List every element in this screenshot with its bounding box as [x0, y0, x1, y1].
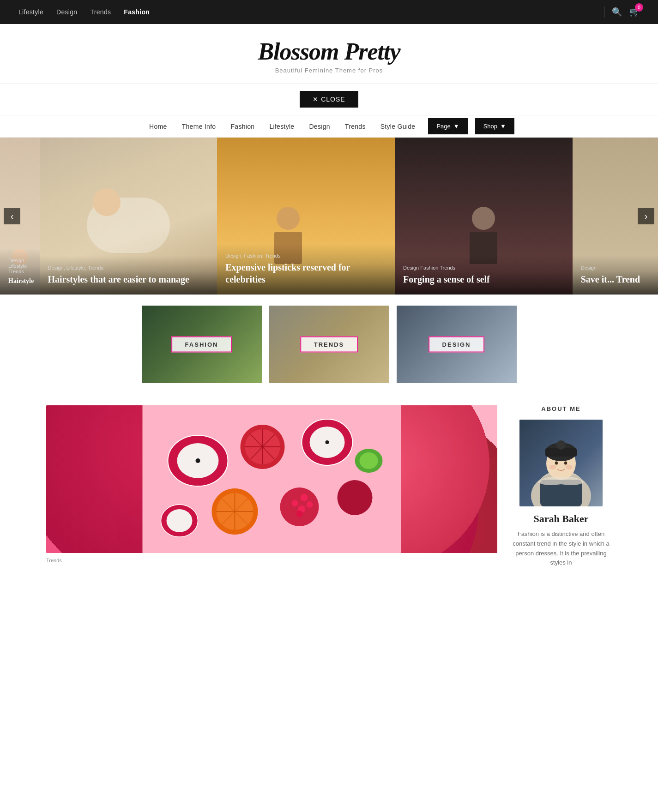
- about-photo-svg: [519, 420, 603, 506]
- main-navigation: Home Theme Info Fashion Lifestyle Design…: [0, 115, 658, 138]
- svg-point-37: [556, 440, 566, 450]
- slide-title-1: Hairstyle: [8, 277, 31, 285]
- cat-trends-label: TRENDS: [300, 337, 358, 353]
- svg-point-12: [326, 440, 329, 444]
- fruit-svg: [46, 405, 497, 553]
- top-nav-fashion[interactable]: Fashion: [124, 8, 150, 16]
- nav-design[interactable]: Design: [302, 116, 337, 137]
- svg-point-40: [555, 462, 558, 465]
- fruit-display: [46, 405, 497, 553]
- top-nav-trends[interactable]: Trends: [90, 8, 111, 16]
- cat-block-fashion[interactable]: FASHION: [142, 306, 262, 383]
- chevron-down-icon: ▼: [453, 123, 459, 130]
- chevron-down-icon-2: ▼: [500, 123, 506, 130]
- site-subtitle: Beautiful Feminine Theme for Pros: [9, 67, 649, 74]
- about-me-title: ABOUT ME: [510, 405, 612, 412]
- svg-point-25: [301, 494, 308, 501]
- slide-title-2: Expensive lipsticks reserved for celebri…: [225, 261, 386, 285]
- slide-title-main-1: Hairstyles that are easier to manage: [48, 273, 209, 285]
- svg-point-43: [566, 465, 573, 469]
- carousel-next-button[interactable]: ›: [638, 208, 654, 224]
- svg-point-28: [292, 500, 298, 506]
- svg-point-41: [564, 462, 567, 465]
- nav-fashion[interactable]: Fashion: [223, 116, 262, 137]
- top-navigation: Lifestyle Design Trends Fashion 🔍 🛒 0: [0, 0, 658, 24]
- slide-overlay-4: Design Save it... Trend: [573, 256, 658, 295]
- svg-point-22: [167, 509, 193, 532]
- close-banner: ✕ CLOSE: [0, 84, 658, 115]
- site-title: Blossom Pretty: [9, 38, 649, 65]
- svg-point-20: [338, 480, 373, 515]
- search-button[interactable]: 🔍: [612, 7, 622, 17]
- svg-point-42: [549, 465, 556, 469]
- nav-trends[interactable]: Trends: [338, 116, 373, 137]
- main-left-column: Trends: [46, 405, 497, 571]
- carousel-slide-3: Design Fashion Trends Forging a sense of…: [395, 138, 573, 295]
- slide-bg-2: Design, Fashion, Trends Expensive lipsti…: [217, 138, 395, 295]
- top-nav-links: Lifestyle Design Trends Fashion: [18, 8, 150, 16]
- nav-page-label: Page: [436, 123, 450, 130]
- about-me-section: ABOUT ME: [510, 405, 612, 568]
- top-nav-lifestyle[interactable]: Lifestyle: [18, 8, 43, 16]
- nav-dropdown-group: Page ▼ Shop ▼: [426, 115, 516, 137]
- slide-title-3: Forging a sense of self: [403, 273, 564, 285]
- carousel-prev-button[interactable]: ‹: [4, 208, 20, 224]
- svg-point-29: [296, 511, 303, 517]
- cart-wrapper: 🛒 0: [629, 7, 640, 17]
- slide-cats-4: Design: [581, 265, 650, 271]
- slide-overlay-2: Design, Fashion, Trends Expensive lipsti…: [217, 244, 395, 295]
- nav-separator: [604, 6, 604, 18]
- cat-fashion-label: FASHION: [171, 337, 232, 353]
- carousel-slide-2: Design, Fashion, Trends Expensive lipsti…: [217, 138, 395, 295]
- slide-cats-2: Design, Fashion, Trends: [225, 253, 386, 259]
- cat-block-trends[interactable]: TRENDS: [269, 306, 389, 383]
- about-me-name: Sarah Baker: [510, 513, 612, 525]
- slide-title-4: Save it... Trend: [581, 273, 650, 285]
- cat-design-label: DESIGN: [429, 337, 485, 353]
- nav-lifestyle[interactable]: Lifestyle: [262, 116, 302, 137]
- about-photo-bg: [519, 420, 603, 506]
- nav-style-guide[interactable]: Style Guide: [373, 116, 423, 137]
- slide-cats-main-1: Design, Lifestyle, Trends: [48, 265, 209, 271]
- carousel-track: Design Lifestyle Trends Hairstyle Design…: [0, 138, 658, 295]
- close-button[interactable]: ✕ CLOSE: [300, 91, 358, 108]
- category-blocks: FASHION TRENDS DESIGN: [0, 295, 658, 394]
- about-me-photo: [519, 420, 603, 506]
- svg-point-26: [307, 501, 313, 508]
- carousel-section: Design Lifestyle Trends Hairstyle Design…: [0, 138, 658, 295]
- cat-block-design[interactable]: DESIGN: [397, 306, 517, 383]
- slide-overlay-1: Design Lifestyle Trends Hairstyle: [0, 248, 40, 295]
- nav-shop-dropdown[interactable]: Shop ▼: [475, 118, 514, 134]
- nav-page-dropdown[interactable]: Page ▼: [428, 118, 467, 134]
- featured-post-tag: Trends: [46, 558, 497, 563]
- slide-bg-3: Design Fashion Trends Forging a sense of…: [395, 138, 573, 295]
- svg-point-3: [196, 458, 200, 463]
- slide-bg-main-1: Design, Lifestyle, Trends Hairstyles tha…: [40, 138, 217, 295]
- carousel-slide-1: Design, Lifestyle, Trends Hairstyles tha…: [40, 138, 217, 295]
- search-icon: 🔍: [612, 7, 622, 17]
- slide-overlay-3: Design Fashion Trends Forging a sense of…: [395, 256, 573, 295]
- slide-cats-3: Design Fashion Trends: [403, 265, 564, 271]
- slide-cats-1: Design Lifestyle Trends: [8, 258, 31, 274]
- cart-badge-count: 0: [635, 3, 643, 12]
- about-me-description: Fashion is a distinctive and often const…: [510, 529, 612, 568]
- top-nav-design[interactable]: Design: [56, 8, 77, 16]
- svg-point-24: [360, 452, 378, 469]
- nav-shop-label: Shop: [483, 123, 497, 130]
- site-header: Blossom Pretty Beautiful Feminine Theme …: [0, 24, 658, 84]
- main-right-column: ABOUT ME: [510, 405, 612, 571]
- nav-home[interactable]: Home: [142, 116, 175, 137]
- nav-theme-info[interactable]: Theme Info: [175, 116, 223, 137]
- main-content: Trends ABOUT ME: [0, 394, 658, 582]
- slide-overlay-main-1: Design, Lifestyle, Trends Hairstyles tha…: [40, 256, 217, 295]
- top-nav-icons: 🔍 🛒 0: [604, 6, 640, 18]
- chevron-right-icon: ›: [645, 211, 648, 222]
- featured-post-image: [46, 405, 497, 553]
- chevron-left-icon: ‹: [11, 211, 14, 222]
- featured-post: Trends: [46, 405, 497, 563]
